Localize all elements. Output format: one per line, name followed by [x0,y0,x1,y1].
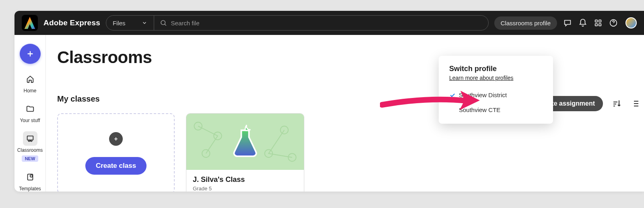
new-badge: NEW [22,155,39,162]
topbar: Adobe Express Files Search file Classroo… [14,11,644,35]
check-icon [449,92,456,98]
main-content: Classrooms Create assignment My classes … [46,35,644,192]
sidebar: Home Your stuff Classrooms NEW Templates [14,35,46,192]
sort-icon[interactable] [612,99,621,108]
sidebar-item-label: Home [23,88,36,94]
sidebar-item-label: Templates [19,186,41,192]
svg-rect-1 [595,20,598,22]
search-icon [160,19,167,27]
classrooms-profile-button[interactable]: Classrooms profile [494,16,557,30]
sidebar-item-your-stuff[interactable]: Your stuff [14,102,45,123]
svg-point-10 [30,175,32,177]
svg-point-13 [202,149,210,157]
switch-profile-dropdown: Switch profile Learn more about profiles… [439,56,553,124]
brand-name: Adobe Express [43,18,100,27]
profile-option-label: Southview District [459,92,507,98]
user-avatar[interactable] [625,17,637,29]
sidebar-item-label: Your stuff [20,118,40,123]
svg-point-0 [161,20,165,25]
profile-option-southview-cte[interactable]: Southview CTE [439,102,553,117]
svg-rect-2 [599,20,601,22]
dropdown-title: Switch profile [439,65,553,73]
class-card-info: J. Silva's Class Grade 5 [186,170,304,192]
sidebar-item-classrooms[interactable]: Classrooms NEW [14,131,45,162]
adobe-express-logo-icon [22,15,38,31]
sidebar-item-templates[interactable]: Templates [14,170,45,192]
svg-rect-4 [599,24,601,26]
class-card[interactable]: J. Silva's Class Grade 5 [186,113,304,192]
profile-option-label: Southview CTE [459,106,500,113]
search-bar: Files Search file [106,15,489,31]
svg-rect-6 [27,136,33,140]
apps-icon[interactable] [593,18,603,28]
bell-icon[interactable] [578,18,588,28]
sidebar-item-home[interactable]: Home [14,72,45,94]
svg-point-8 [30,140,32,142]
learn-more-link[interactable]: Learn more about profiles [439,73,553,88]
app-window: Adobe Express Files Search file Classroo… [14,11,644,192]
class-card-hero [186,114,304,170]
adobe-logo[interactable] [22,15,38,31]
svg-point-14 [281,126,288,134]
search-input[interactable]: Search file [154,16,488,30]
body: Home Your stuff Classrooms NEW Templates… [14,35,644,192]
classroom-icon [23,131,37,146]
plus-circle-icon [109,132,123,146]
list-view-icon[interactable] [630,99,640,108]
class-grade: Grade 5 [193,186,297,192]
profile-option-southview-district[interactable]: Southview District [439,88,553,102]
chevron-down-icon [142,20,147,26]
files-selector[interactable]: Files [106,16,154,30]
plus-icon [26,49,35,58]
class-cards: Create class [57,113,644,192]
create-class-card[interactable]: Create class [57,113,175,192]
class-name: J. Silva's Class [193,175,297,184]
home-icon [23,72,37,86]
svg-point-7 [28,140,30,142]
folder-icon [23,102,37,116]
svg-rect-3 [595,24,598,26]
chat-icon[interactable] [563,18,572,28]
new-button[interactable] [20,44,41,64]
sidebar-item-label: Classrooms [17,147,43,153]
svg-point-16 [288,153,296,161]
search-placeholder: Search file [171,20,200,27]
templates-icon [23,170,37,184]
flask-icon [230,123,260,160]
files-selector-label: Files [113,20,126,27]
create-class-button[interactable]: Create class [85,157,147,175]
help-icon[interactable] [609,18,618,28]
page-title: Classrooms [57,48,644,67]
